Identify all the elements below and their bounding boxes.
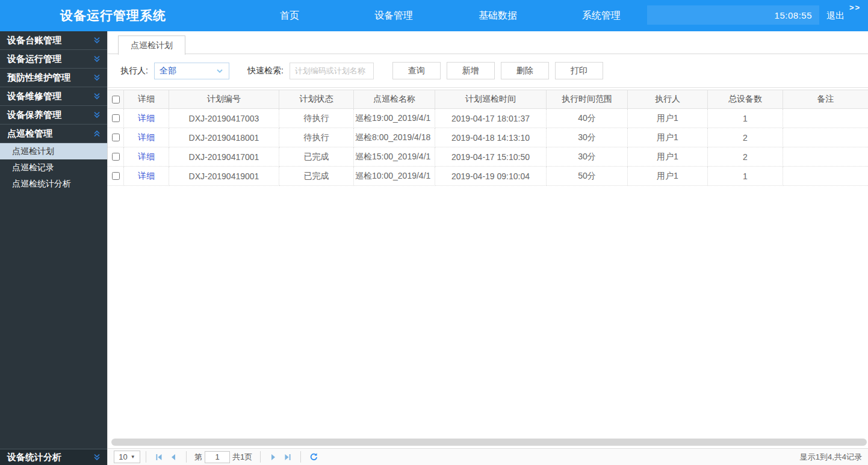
- sidebar-item-inspection-plan[interactable]: 点巡检计划: [0, 143, 107, 159]
- sidebar-item-label: 设备运行管理: [7, 54, 93, 65]
- cell-plan-no: DXJ-20190418001: [169, 128, 279, 147]
- prev-page-icon[interactable]: [166, 451, 181, 464]
- cell-devices: 2: [708, 128, 783, 147]
- clock-panel: 15:08:55: [647, 5, 819, 25]
- collapse-arrows-icon[interactable]: >>: [849, 3, 861, 12]
- next-page-icon[interactable]: [266, 451, 281, 464]
- horizontal-scrollbar-thumb[interactable]: [111, 439, 867, 446]
- quick-search-input[interactable]: [290, 63, 374, 79]
- pager-separator: [300, 451, 301, 463]
- table-row: 详细 DXJ-20190418001 待执行 巡检8:00_2019/4/18 …: [108, 128, 868, 147]
- row-checkbox[interactable]: [112, 134, 120, 141]
- chevron-double-down-icon: [93, 453, 101, 461]
- print-button[interactable]: 打印: [555, 62, 603, 79]
- cell-remark: [783, 128, 868, 147]
- sidebar-item-equipment-operation[interactable]: 设备运行管理: [0, 50, 107, 69]
- chevron-double-down-icon: [93, 73, 101, 82]
- pager-separator: [186, 451, 187, 463]
- app-root: 设备运行管理系统 首页 设备管理 基础数据 系统管理 15:08:55 退出 >…: [0, 0, 868, 465]
- cell-executor: 用户1: [628, 167, 708, 186]
- sidebar-spacer: [0, 192, 107, 449]
- sidebar-item-inspection-management[interactable]: 点巡检管理: [0, 125, 107, 143]
- column-header-devices[interactable]: 总设备数: [708, 90, 783, 109]
- cell-executor: 用户1: [628, 109, 708, 128]
- cell-range: 30分: [547, 128, 628, 147]
- table-row: 详细 DXJ-20190419001 已完成 巡检10:00_2019/4/1 …: [108, 167, 868, 186]
- clock-text: 15:08:55: [775, 10, 819, 20]
- sidebar-item-label: 点巡检管理: [7, 128, 93, 140]
- app-header: 设备运行管理系统 首页 设备管理 基础数据 系统管理 15:08:55 退出 >…: [0, 0, 868, 31]
- row-checkbox[interactable]: [112, 114, 120, 122]
- main-panel: 点巡检计划 执行人: 全部 快速检索: 查询 新增 删除 打印: [107, 31, 868, 465]
- logout-button[interactable]: 退出: [826, 0, 845, 31]
- cell-remark: [783, 167, 868, 186]
- chevron-double-down-icon: [93, 111, 101, 119]
- cell-name: 巡检15:00_2019/4/1: [354, 147, 435, 167]
- row-checkbox[interactable]: [112, 153, 120, 161]
- chevron-down-icon: [215, 67, 224, 75]
- sidebar-item-equipment-upkeep[interactable]: 设备保养管理: [0, 106, 107, 125]
- detail-link[interactable]: 详细: [138, 171, 155, 182]
- sidebar-item-equipment-repair[interactable]: 设备维修管理: [0, 87, 107, 106]
- sidebar-item-equipment-ledger[interactable]: 设备台账管理: [0, 31, 107, 50]
- first-page-icon[interactable]: [152, 451, 166, 464]
- column-header-name[interactable]: 点巡检名称: [354, 90, 435, 109]
- executor-select-value: 全部: [160, 66, 215, 76]
- sidebar-item-inspection-statistics[interactable]: 点巡检统计分析: [0, 176, 107, 192]
- query-button[interactable]: 查询: [392, 62, 441, 79]
- cell-devices: 1: [708, 167, 783, 186]
- column-header-detail[interactable]: 详细: [124, 90, 169, 109]
- pager-summary: 显示1到4,共4记录: [800, 452, 868, 463]
- column-header-time[interactable]: 计划巡检时间: [435, 90, 547, 109]
- cell-executor: 用户1: [628, 128, 708, 147]
- pagination-bar: 10 ▼ 第 共1页: [108, 448, 868, 465]
- cell-range: 30分: [547, 147, 628, 167]
- column-header-status[interactable]: 计划状态: [279, 90, 354, 109]
- tab-inspection-plan[interactable]: 点巡检计划: [118, 35, 185, 55]
- nav-item-home[interactable]: 首页: [280, 0, 299, 31]
- cell-plan-no: DXJ-20190419001: [169, 167, 279, 186]
- sidebar-item-equipment-statistics[interactable]: 设备统计分析: [0, 449, 107, 465]
- page-total-label: 共1页: [232, 452, 252, 463]
- chevron-double-down-icon: [93, 55, 101, 63]
- sidebar: 设备台账管理 设备运行管理 预防性维护管理 设备维修管理 设备保养管理 点巡检管: [0, 31, 107, 465]
- nav-item-system[interactable]: 系统管理: [582, 0, 621, 31]
- cell-name: 巡检19:00_2019/4/1: [354, 109, 435, 128]
- cell-remark: [783, 109, 868, 128]
- page-number-input[interactable]: [205, 451, 230, 463]
- column-header-remark[interactable]: 备注: [783, 90, 868, 109]
- column-header-executor[interactable]: 执行人: [628, 90, 708, 109]
- sidebar-item-label: 预防性维护管理: [7, 72, 93, 84]
- refresh-icon[interactable]: [306, 451, 321, 464]
- select-all-checkbox[interactable]: [112, 96, 120, 103]
- row-checkbox[interactable]: [112, 172, 120, 180]
- column-header-plan-no[interactable]: 计划编号: [169, 90, 279, 109]
- sidebar-subitem-label: 点巡检统计分析: [12, 179, 71, 189]
- detail-link[interactable]: 详细: [138, 152, 155, 162]
- cell-range: 40分: [547, 109, 628, 128]
- sidebar-item-inspection-record[interactable]: 点巡检记录: [0, 159, 107, 176]
- sidebar-item-label: 设备保养管理: [7, 109, 93, 121]
- nav-item-base-data[interactable]: 基础数据: [479, 0, 517, 31]
- column-header-range[interactable]: 执行时间范围: [547, 90, 628, 109]
- executor-select[interactable]: 全部: [154, 63, 229, 79]
- detail-link[interactable]: 详细: [138, 132, 155, 143]
- cell-time: 2019-04-18 14:13:10: [435, 128, 547, 147]
- cell-status: 待执行: [279, 109, 354, 128]
- tab-strip: 点巡检计划: [108, 31, 868, 54]
- sidebar-subitem-label: 点巡检记录: [12, 162, 54, 173]
- cell-remark: [783, 147, 868, 167]
- detail-link[interactable]: 详细: [138, 113, 155, 124]
- delete-button[interactable]: 删除: [501, 62, 549, 79]
- caret-down-icon: ▼: [131, 454, 135, 460]
- cell-status: 已完成: [279, 147, 354, 167]
- sidebar-item-preventive-maintenance[interactable]: 预防性维护管理: [0, 69, 107, 87]
- last-page-icon[interactable]: [281, 451, 295, 464]
- add-button[interactable]: 新增: [447, 62, 495, 79]
- nav-item-equipment[interactable]: 设备管理: [374, 0, 413, 31]
- chevron-double-down-icon: [93, 92, 101, 100]
- sidebar-item-label: 设备维修管理: [7, 91, 93, 102]
- page-size-value: 10: [119, 452, 127, 461]
- page-size-select[interactable]: 10 ▼: [114, 451, 140, 463]
- content-spacer: [108, 186, 868, 438]
